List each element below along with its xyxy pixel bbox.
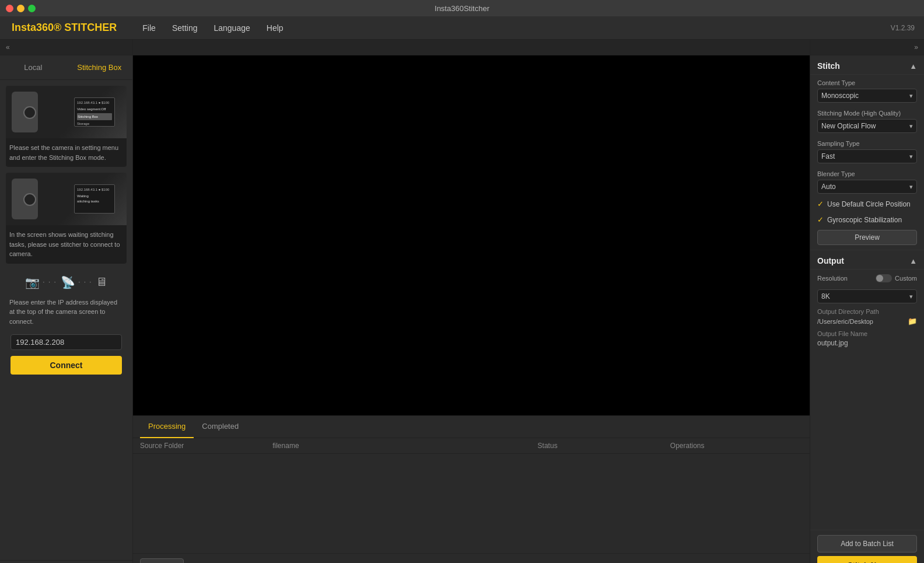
sidebar-tab-bar: Local Stitching Box — [0, 55, 132, 80]
col-header-source: Source Folder — [140, 442, 272, 450]
use-default-circle-row[interactable]: ✓ Use Default Circle Position — [810, 196, 924, 212]
output-dir-path-label: Output Directory Path — [817, 308, 917, 315]
gyroscopic-stabilization-row[interactable]: ✓ Gyroscopic Stabilization — [810, 212, 924, 228]
col-header-filename: filename — [272, 442, 537, 450]
content-type-field: Content Type Monoscopic Stereoscopic — [810, 75, 924, 105]
right-collapse-arrow[interactable]: » — [810, 40, 924, 55]
video-preview-area — [133, 55, 810, 415]
gyroscopic-label: Gyroscopic Stabilization — [827, 216, 902, 224]
blender-type-field: Blender Type Auto CUDA OpenCL CPU — [810, 166, 924, 196]
connection-diagram: 📷 · · · 📡 · · · 🖥 — [6, 270, 127, 293]
start-all-button[interactable]: Start All — [140, 558, 184, 563]
right-panel: Stitch ▲ Content Type Monoscopic Stereos… — [810, 55, 924, 563]
right-actions: Add to Batch List Stitch Now — [810, 530, 924, 563]
sampling-type-select[interactable]: Fast Medium Slow — [817, 149, 917, 163]
blender-type-select-wrapper: Auto CUDA OpenCL CPU — [817, 180, 917, 194]
app-logo: Insta360® STITCHER — [12, 22, 117, 34]
blender-type-label: Blender Type — [817, 170, 917, 177]
output-dir-path-text: /Users/eric/Desktop — [817, 318, 873, 325]
content-type-select-wrapper: Monoscopic Stereoscopic — [817, 89, 917, 103]
traffic-lights — [6, 5, 36, 12]
custom-toggle-thumb — [876, 275, 883, 282]
tab-stitching-box[interactable]: Stitching Box — [66, 55, 133, 79]
output-section-title: Output — [817, 256, 844, 265]
custom-toggle-label: Custom — [895, 275, 917, 282]
menu-help[interactable]: Help — [258, 16, 292, 40]
stitching-mode-field: Stitching Mode (High Quality) New Optica… — [810, 105, 924, 135]
tab-completed[interactable]: Completed — [194, 416, 247, 438]
stitch-section-collapse-icon[interactable]: ▲ — [909, 62, 917, 71]
preview-button[interactable]: Preview — [817, 230, 917, 245]
sidebar-image-2: 192.168.43.1 ● $100 Waiting stitching ta… — [6, 173, 127, 225]
camera-screen-1: 192.168.43.1 ● $100 Video segment:Off St… — [74, 97, 115, 127]
sampling-type-select-wrapper: Fast Medium Slow — [817, 149, 917, 163]
minimize-button[interactable] — [17, 5, 24, 12]
folder-browse-icon[interactable]: 📁 — [908, 317, 917, 326]
router-icon: 📡 — [61, 275, 75, 289]
monitor-icon: 🖥 — [96, 275, 107, 289]
close-button[interactable] — [6, 5, 13, 12]
camera-screen-2: 192.168.43.1 ● $100 Waiting stitching ta… — [74, 184, 115, 214]
camera-icon: 📷 — [25, 275, 40, 289]
add-to-batch-button[interactable]: Add to Batch List — [817, 535, 917, 552]
menu-setting[interactable]: Setting — [164, 16, 206, 40]
left-collapse-arrow[interactable]: « — [0, 40, 133, 55]
output-filename-row: Output File Name output.jpg — [810, 328, 924, 352]
sidebar-card-1-description: Please set the camera in setting menu an… — [6, 138, 127, 167]
sidebar-content: 192.168.43.1 ● $100 Video segment:Off St… — [0, 80, 132, 560]
bottom-panel: Processing Completed Source Folder filen… — [133, 415, 810, 563]
col-header-status: Status — [538, 442, 670, 450]
ip-address-input[interactable] — [10, 334, 122, 350]
use-default-circle-check-icon: ✓ — [817, 200, 824, 208]
camera-body-1 — [12, 92, 38, 132]
output-section: Output ▲ Resolution Custom 8K 6K — [810, 250, 924, 352]
resolution-row: Resolution Custom — [810, 270, 924, 285]
collapse-arrows-row: « » — [0, 40, 924, 55]
sampling-type-label: Sampling Type — [817, 140, 917, 147]
camera-lens-1 — [23, 106, 36, 119]
camera-sim-1: 192.168.43.1 ● $100 Video segment:Off St… — [6, 86, 127, 138]
stitch-now-button[interactable]: Stitch Now — [817, 556, 917, 563]
bottom-footer: Start All — [133, 553, 810, 563]
content-type-select[interactable]: Monoscopic Stereoscopic — [817, 89, 917, 103]
tab-local[interactable]: Local — [0, 55, 66, 79]
table-header: Source Folder filename Status Operations — [133, 438, 810, 454]
menu-bar: Insta360® STITCHER File Setting Language… — [0, 16, 924, 40]
use-default-circle-label: Use Default Circle Position — [827, 200, 911, 208]
tab-processing[interactable]: Processing — [140, 416, 194, 438]
camera-sim-2: 192.168.43.1 ● $100 Waiting stitching ta… — [6, 173, 127, 225]
col-header-operations: Operations — [670, 442, 803, 450]
resolution-select-wrapper: 8K 6K 5.7K 4K Custom — [817, 289, 917, 303]
stitching-mode-select-wrapper: New Optical Flow Optical Flow Template — [817, 119, 917, 133]
output-section-header: Output ▲ — [810, 250, 924, 270]
output-dir-path-value: /Users/eric/Desktop 📁 — [817, 317, 917, 326]
resolution-select[interactable]: 8K 6K 5.7K 4K Custom — [817, 289, 917, 303]
sidebar-footer: Forum ▾ — [0, 560, 132, 563]
resolution-select-field: 8K 6K 5.7K 4K Custom — [810, 285, 924, 306]
version-label: V1.2.39 — [891, 24, 915, 32]
custom-toggle-track — [876, 274, 892, 282]
custom-toggle[interactable]: Custom — [876, 274, 917, 282]
sidebar-card-2: 192.168.43.1 ● $100 Waiting stitching ta… — [6, 173, 127, 264]
menu-file[interactable]: File — [134, 16, 164, 40]
blender-type-select[interactable]: Auto CUDA OpenCL CPU — [817, 180, 917, 194]
sampling-type-field: Sampling Type Fast Medium Slow — [810, 135, 924, 166]
menu-language[interactable]: Language — [205, 16, 258, 40]
center-panel: Processing Completed Source Folder filen… — [133, 55, 810, 563]
main-layout: Local Stitching Box 192.168.43.1 ● $100 … — [0, 55, 924, 563]
stitching-mode-select[interactable]: New Optical Flow Optical Flow Template — [817, 119, 917, 133]
stitch-section-title: Stitch — [817, 61, 840, 71]
connection-dots: · · · — [43, 279, 57, 285]
stitch-section-header: Stitch ▲ — [810, 55, 924, 75]
maximize-button[interactable] — [28, 5, 36, 12]
connect-button[interactable]: Connect — [10, 356, 122, 375]
sidebar-card-2-description: In the screen shows waiting stitching ta… — [6, 225, 127, 264]
camera-body-2 — [12, 179, 38, 219]
output-section-collapse-icon[interactable]: ▲ — [909, 257, 917, 265]
bottom-tab-bar: Processing Completed — [133, 416, 810, 438]
title-bar: Insta360Stitcher — [0, 0, 924, 16]
window-title: Insta360Stitcher — [435, 4, 489, 13]
output-filename-label: Output File Name — [817, 330, 917, 337]
output-dir-path-row: Output Directory Path /Users/eric/Deskto… — [810, 306, 924, 328]
table-body — [133, 454, 810, 553]
